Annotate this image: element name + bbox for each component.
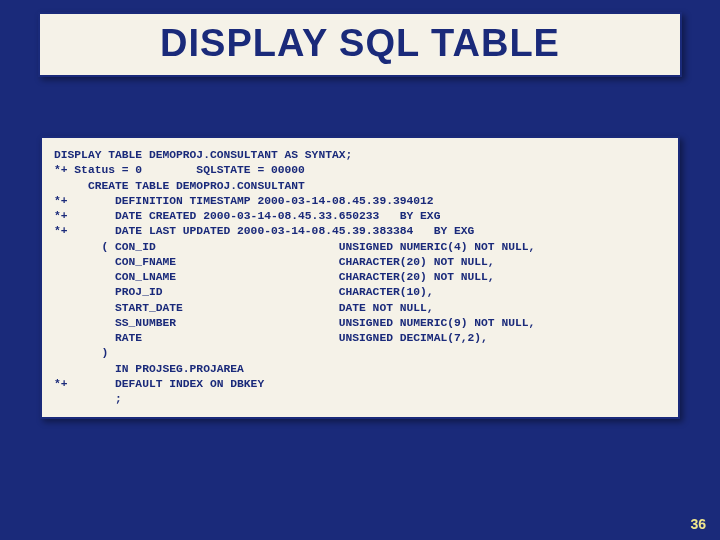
page-number: 36 (690, 516, 706, 532)
sql-code: DISPLAY TABLE DEMOPROJ.CONSULTANT AS SYN… (54, 148, 666, 407)
slide-title: DISPLAY SQL TABLE (160, 22, 560, 64)
slide: DISPLAY SQL TABLE DISPLAY TABLE DEMOPROJ… (0, 0, 720, 540)
code-box: DISPLAY TABLE DEMOPROJ.CONSULTANT AS SYN… (40, 136, 680, 419)
title-box: DISPLAY SQL TABLE (38, 12, 682, 77)
